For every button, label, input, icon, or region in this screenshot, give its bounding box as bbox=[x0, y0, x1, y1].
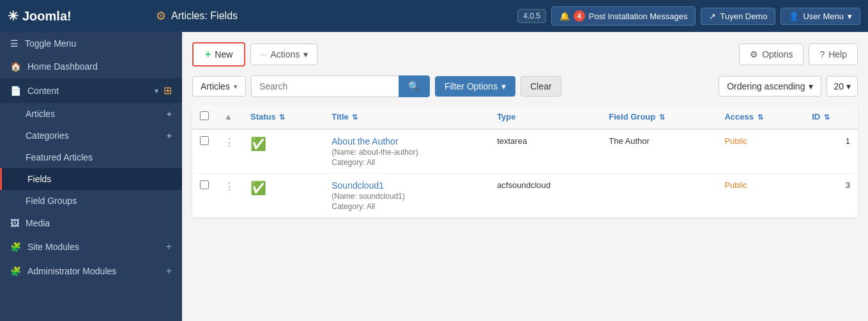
search-input[interactable] bbox=[251, 75, 399, 97]
select-all-checkbox[interactable] bbox=[200, 111, 209, 120]
notifications-button[interactable]: 🔔 4 Post Installation Messages bbox=[551, 6, 696, 26]
row2-name: (Name: soundcloud1) bbox=[331, 192, 482, 201]
bell-icon: 🔔 bbox=[560, 12, 570, 21]
row2-field-group-cell bbox=[601, 174, 717, 218]
site-modules-label: Site Modules bbox=[27, 242, 79, 252]
gear-icon: ⚙ bbox=[750, 49, 758, 59]
document-icon: 📄 bbox=[10, 86, 21, 96]
sidebar-item-media[interactable]: 🖼 Media bbox=[0, 212, 182, 235]
chevron-down-icon: ▾ bbox=[809, 81, 813, 91]
toolbar: + New ··· Actions ▾ ⚙ Options ? Help bbox=[192, 42, 858, 67]
external-link-icon: ↗ bbox=[709, 12, 716, 21]
row1-access-cell: Public bbox=[717, 129, 804, 174]
chevron-down-icon: ▾ bbox=[848, 12, 852, 21]
fields-table: ▲ Status ⇅ Title ⇅ Type Field Group bbox=[192, 105, 858, 217]
actions-label: Actions bbox=[270, 49, 300, 59]
field-group-col-header[interactable]: Field Group ⇅ bbox=[601, 105, 717, 129]
row2-status-cell: ✅ bbox=[243, 174, 324, 218]
row2-title-link[interactable]: Soundcloud1 bbox=[331, 180, 384, 191]
sort-icon: ⇅ bbox=[824, 113, 830, 121]
add-admin-modules-icon[interactable]: + bbox=[166, 265, 172, 277]
logo[interactable]: ✳ Joomla! bbox=[8, 8, 148, 24]
search-button[interactable]: 🔍 bbox=[399, 75, 430, 97]
grid-icon: ⊞ bbox=[164, 84, 172, 97]
articles-label: Articles bbox=[26, 109, 55, 119]
status-col-header[interactable]: Status ⇅ bbox=[243, 105, 324, 129]
sort-icon: ⇅ bbox=[279, 113, 285, 121]
row2-title-cell: Soundcloud1 (Name: soundcloud1) Category… bbox=[324, 174, 489, 218]
clear-label: Clear bbox=[530, 81, 551, 91]
field-groups-label: Field Groups bbox=[26, 196, 77, 206]
new-label: New bbox=[215, 49, 232, 59]
sidebar-item-categories[interactable]: Categories + bbox=[0, 125, 182, 146]
access-col-header[interactable]: Access ⇅ bbox=[717, 105, 804, 129]
chevron-down-icon: ▾ bbox=[303, 49, 308, 59]
sort-icon: ⇅ bbox=[659, 113, 665, 121]
sidebar-item-fields[interactable]: Fields bbox=[0, 168, 182, 190]
table-header-row: ▲ Status ⇅ Title ⇅ Type Field Group bbox=[192, 105, 858, 129]
sort-icon: ⇅ bbox=[758, 113, 763, 121]
row2-reorder-handle[interactable]: ⋮ bbox=[224, 181, 235, 192]
actions-button[interactable]: ··· Actions ▾ bbox=[250, 43, 317, 65]
type-col-header: Type bbox=[489, 105, 601, 129]
row1-type-cell: textarea bbox=[489, 129, 601, 174]
home-icon: 🏠 bbox=[10, 61, 21, 72]
admin-modules-icon: 🧩 bbox=[10, 266, 21, 276]
sidebar-item-admin-modules[interactable]: 🧩 Administrator Modules + bbox=[0, 259, 182, 283]
row2-checkbox[interactable] bbox=[200, 180, 209, 189]
plus-icon: + bbox=[205, 49, 211, 60]
row1-reorder-handle[interactable]: ⋮ bbox=[224, 137, 235, 148]
content-area: + New ··· Actions ▾ ⚙ Options ? Help bbox=[182, 32, 868, 321]
ellipsis-icon: ··· bbox=[260, 50, 266, 59]
sidebar-item-articles[interactable]: Articles + bbox=[0, 103, 182, 125]
admin-modules-label: Administrator Modules bbox=[27, 266, 116, 276]
user-menu-button[interactable]: 👤 User Menu ▾ bbox=[780, 8, 860, 25]
notification-count: 4 bbox=[574, 10, 585, 22]
per-page-select[interactable]: 20 ▾ bbox=[826, 76, 858, 97]
sort-icon: ⇅ bbox=[352, 113, 358, 121]
scope-select[interactable]: Articles ▾ bbox=[192, 76, 246, 97]
notifications-label: Post Installation Messages bbox=[589, 12, 688, 21]
sidebar-item-featured[interactable]: Featured Articles bbox=[0, 146, 182, 168]
search-wrap: 🔍 bbox=[251, 75, 430, 97]
user-name-button[interactable]: ↗ Tuyen Demo bbox=[701, 8, 775, 25]
order-col: ▲ bbox=[217, 105, 243, 129]
id-col-header[interactable]: ID ⇅ bbox=[804, 105, 858, 129]
select-all-col bbox=[192, 105, 217, 129]
add-categories-icon[interactable]: + bbox=[167, 130, 172, 141]
options-button[interactable]: ⚙ Options bbox=[739, 43, 803, 65]
sidebar-item-field-groups[interactable]: Field Groups bbox=[0, 190, 182, 212]
puzzle-icon: ⚙ bbox=[156, 9, 166, 23]
clear-button[interactable]: Clear bbox=[521, 76, 561, 97]
title-col-header[interactable]: Title ⇅ bbox=[324, 105, 489, 129]
logo-text: Joomla! bbox=[22, 9, 72, 24]
row1-title-cell: About the Author (Name: about-the-author… bbox=[324, 129, 489, 174]
ordering-select[interactable]: Ordering ascending ▾ bbox=[719, 76, 821, 97]
new-button[interactable]: + New bbox=[192, 42, 245, 67]
row1-status-cell: ✅ bbox=[243, 129, 324, 174]
row2-status-icon[interactable]: ✅ bbox=[250, 181, 266, 195]
filter-options-button[interactable]: Filter Options ▾ bbox=[435, 76, 515, 97]
toolbar-right: ⚙ Options ? Help bbox=[739, 43, 858, 65]
table-row: ⋮ ✅ About the Author (Name: about-the-au… bbox=[192, 129, 858, 174]
sidebar-item-home[interactable]: 🏠 Home Dashboard bbox=[0, 55, 182, 78]
version-badge: 4.0.5 bbox=[517, 9, 546, 23]
joomla-icon: ✳ bbox=[8, 8, 19, 24]
sidebar-item-site-modules[interactable]: 🧩 Site Modules + bbox=[0, 235, 182, 259]
content-label: Content bbox=[27, 86, 59, 96]
modules-icon: 🧩 bbox=[10, 242, 21, 252]
media-label: Media bbox=[26, 218, 50, 228]
ordering-label: Ordering ascending bbox=[727, 81, 805, 91]
sidebar-item-content[interactable]: 📄 Content ▾ ⊞ bbox=[0, 78, 182, 103]
help-button[interactable]: ? Help bbox=[809, 43, 858, 65]
row1-status-icon[interactable]: ✅ bbox=[250, 137, 266, 151]
chevron-down-icon: ▾ bbox=[234, 82, 238, 91]
row1-field-group-cell: The Author bbox=[601, 129, 717, 174]
fields-label: Fields bbox=[27, 174, 51, 184]
row1-checkbox[interactable] bbox=[200, 136, 209, 145]
row1-title-link[interactable]: About the Author bbox=[331, 136, 398, 146]
hamburger-icon: ☰ bbox=[10, 38, 19, 49]
sidebar-item-toggle[interactable]: ☰ Toggle Menu bbox=[0, 32, 182, 55]
add-articles-icon[interactable]: + bbox=[167, 109, 172, 119]
add-site-modules-icon[interactable]: + bbox=[166, 241, 172, 253]
